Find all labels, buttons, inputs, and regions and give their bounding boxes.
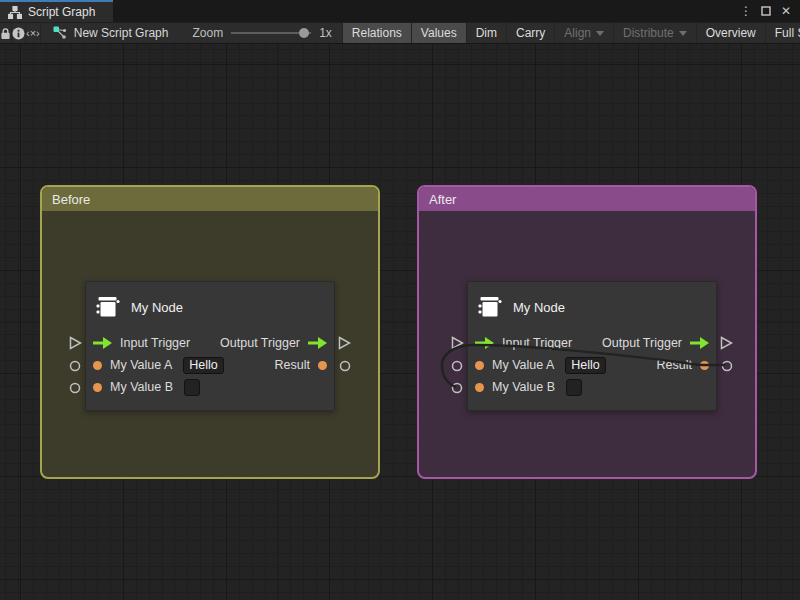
graph-hierarchy-icon — [8, 6, 22, 19]
value-port-dot — [93, 383, 102, 392]
lock-button[interactable] — [0, 23, 12, 43]
port-row-value-a: My Value A Hello Result — [86, 354, 334, 376]
zoom-slider-handle[interactable] — [299, 28, 309, 38]
distribute-dropdown[interactable]: Distribute — [613, 23, 696, 43]
custom-node-icon — [94, 294, 121, 321]
group-before-title: Before — [52, 192, 90, 207]
group-before-header[interactable]: Before — [42, 187, 378, 211]
node-my-node-before[interactable]: My Node Input Trigger Output Trigger — [85, 281, 335, 411]
chevron-down-icon — [679, 31, 687, 36]
my-value-b-port[interactable]: My Value B — [93, 379, 200, 396]
result-label: Result — [657, 358, 692, 372]
external-result-port[interactable] — [721, 360, 733, 375]
tab-title: Script Graph — [28, 5, 95, 19]
external-my-value-a-port[interactable] — [451, 360, 463, 375]
flow-arrow-icon — [690, 337, 709, 349]
output-trigger-label: Output Trigger — [602, 336, 682, 350]
script-graph-window: Script Graph ⋮ ✕ ‹×› — [0, 0, 800, 600]
overview-button[interactable]: Overview — [696, 23, 765, 43]
tab-bar: Script Graph ⋮ ✕ — [0, 0, 800, 22]
result-port[interactable]: Result — [657, 358, 709, 372]
tabbar-spacer — [113, 0, 738, 22]
node-header[interactable]: My Node — [86, 282, 334, 332]
dim-label: Dim — [476, 26, 497, 40]
close-icon[interactable]: ✕ — [778, 3, 794, 19]
output-trigger-port[interactable]: Output Trigger — [602, 336, 709, 350]
my-value-a-port[interactable]: My Value A Hello — [93, 357, 224, 374]
window-menu-icon[interactable]: ⋮ — [738, 3, 754, 19]
tab-script-graph[interactable]: Script Graph — [0, 0, 113, 22]
my-value-b-label: My Value B — [492, 380, 555, 394]
value-port-dot — [475, 383, 484, 392]
relations-toggle[interactable]: Relations — [342, 23, 411, 43]
node-title: My Node — [513, 300, 565, 315]
lock-icon — [0, 27, 11, 40]
inspect-button[interactable] — [12, 23, 26, 43]
port-row-value-a: My Value A Hello Result — [468, 354, 716, 376]
external-my-value-b-port[interactable] — [451, 382, 463, 397]
maximize-icon[interactable] — [758, 3, 774, 19]
group-after-header[interactable]: After — [419, 187, 755, 211]
my-value-a-label: My Value A — [492, 358, 554, 372]
code-preview-button[interactable]: ‹×› — [26, 23, 41, 43]
flow-arrow-icon — [475, 337, 494, 349]
output-trigger-port[interactable]: Output Trigger — [220, 336, 327, 350]
value-port-dot — [475, 361, 484, 370]
carry-toggle[interactable]: Carry — [506, 23, 554, 43]
my-value-a-field[interactable]: Hello — [565, 357, 606, 374]
distribute-label: Distribute — [623, 26, 674, 40]
input-trigger-label: Input Trigger — [502, 336, 572, 350]
my-value-b-label: My Value B — [110, 380, 173, 394]
align-label: Align — [564, 26, 591, 40]
zoom-slider[interactable] — [231, 28, 311, 38]
align-dropdown[interactable]: Align — [554, 23, 613, 43]
my-value-b-port[interactable]: My Value B — [475, 379, 582, 396]
output-trigger-label: Output Trigger — [220, 336, 300, 350]
values-label: Values — [421, 26, 457, 40]
my-value-a-field[interactable]: Hello — [183, 357, 224, 374]
node-my-node-after[interactable]: My Node Input Trigger Output Trigger — [467, 281, 717, 411]
result-label: Result — [275, 358, 310, 372]
script-graph-icon — [53, 26, 67, 40]
chevron-down-icon — [596, 31, 604, 36]
input-trigger-port[interactable]: Input Trigger — [475, 336, 572, 350]
dim-toggle[interactable]: Dim — [466, 23, 506, 43]
external-result-port[interactable] — [339, 360, 351, 375]
graph-canvas[interactable]: Before After My Node — [0, 44, 800, 600]
zoom-label: Zoom — [192, 26, 223, 40]
my-value-a-port[interactable]: My Value A Hello — [475, 357, 606, 374]
relations-label: Relations — [352, 26, 402, 40]
input-trigger-port[interactable]: Input Trigger — [93, 336, 190, 350]
zoom-control: Zoom 1x — [182, 23, 341, 43]
my-value-b-field[interactable] — [184, 379, 200, 396]
external-my-value-b-port[interactable] — [69, 382, 81, 397]
graph-breadcrumb[interactable]: New Script Graph — [41, 23, 183, 43]
carry-label: Carry — [516, 26, 545, 40]
graph-name: New Script Graph — [74, 26, 169, 40]
node-header[interactable]: My Node — [468, 282, 716, 332]
flow-arrow-icon — [308, 337, 327, 349]
graph-toolbar: ‹×› New Script Graph Zoom 1x Relations — [0, 22, 800, 44]
external-my-value-a-port[interactable] — [69, 360, 81, 375]
external-output-trigger-port[interactable] — [338, 336, 351, 353]
port-row-trigger: Input Trigger Output Trigger — [468, 332, 716, 354]
port-row-value-b: My Value B — [86, 376, 334, 398]
value-port-dot — [93, 361, 102, 370]
toolbar-toggles: Relations Values Dim Carry Align Distrib… — [342, 23, 800, 43]
zoom-value: 1x — [319, 26, 332, 40]
value-port-dot — [700, 361, 709, 370]
custom-node-icon — [476, 294, 503, 321]
overview-label: Overview — [706, 26, 756, 40]
external-input-trigger-port[interactable] — [451, 336, 464, 353]
full-screen-button[interactable]: Full Screen — [765, 23, 800, 43]
node-title: My Node — [131, 300, 183, 315]
my-value-b-field[interactable] — [566, 379, 582, 396]
values-toggle[interactable]: Values — [411, 23, 466, 43]
port-row-value-b: My Value B — [468, 376, 716, 398]
group-after-title: After — [429, 192, 456, 207]
external-input-trigger-port[interactable] — [69, 336, 82, 353]
value-port-dot — [318, 361, 327, 370]
result-port[interactable]: Result — [275, 358, 327, 372]
external-output-trigger-port[interactable] — [720, 336, 733, 353]
code-icon: ‹×› — [26, 27, 40, 39]
